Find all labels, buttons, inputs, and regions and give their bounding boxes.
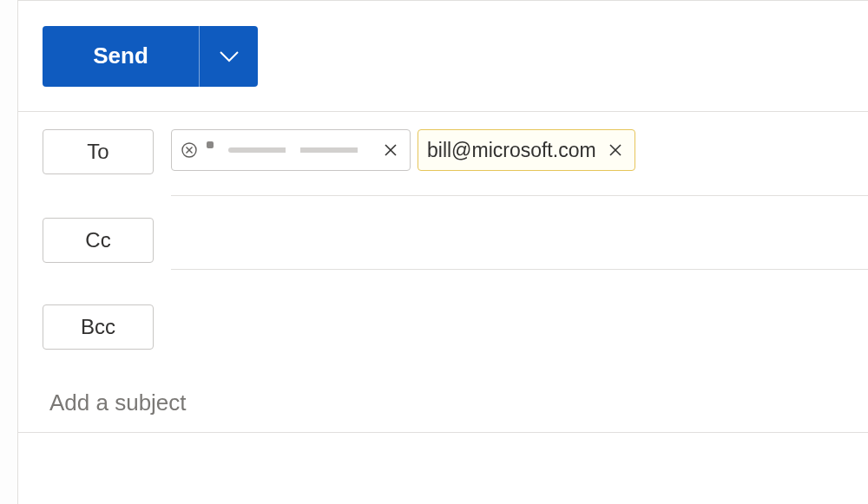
close-icon — [384, 143, 398, 157]
cc-row: Cc — [18, 200, 868, 287]
subject-input[interactable] — [49, 389, 786, 416]
remove-recipient-button[interactable] — [605, 140, 626, 160]
recipient-email: bill@microsoft.com — [427, 139, 596, 162]
send-button[interactable]: Send — [43, 26, 199, 87]
cc-button[interactable]: Cc — [43, 218, 154, 263]
to-chips-area[interactable]: bill@microsoft.com — [171, 129, 868, 196]
to-button[interactable]: To — [43, 129, 154, 174]
recipient-chip[interactable] — [171, 129, 411, 171]
cc-chips-area[interactable] — [171, 218, 868, 270]
compose-panel: Send To — [17, 0, 868, 504]
invalid-recipient-icon — [181, 141, 198, 159]
subject-row — [18, 376, 868, 433]
bcc-button[interactable]: Bcc — [43, 304, 154, 350]
recipient-chip[interactable]: bill@microsoft.com — [418, 129, 635, 171]
remove-recipient-button[interactable] — [380, 140, 401, 160]
bcc-row: Bcc — [18, 287, 868, 376]
chevron-down-icon — [220, 50, 239, 62]
to-row: To — [18, 112, 868, 200]
bcc-chips-area[interactable] — [171, 304, 868, 357]
close-icon — [608, 143, 622, 157]
send-bar: Send — [18, 1, 868, 112]
send-split-button: Send — [43, 26, 258, 87]
send-options-button[interactable] — [199, 26, 258, 87]
recipient-redacted — [207, 141, 372, 159]
